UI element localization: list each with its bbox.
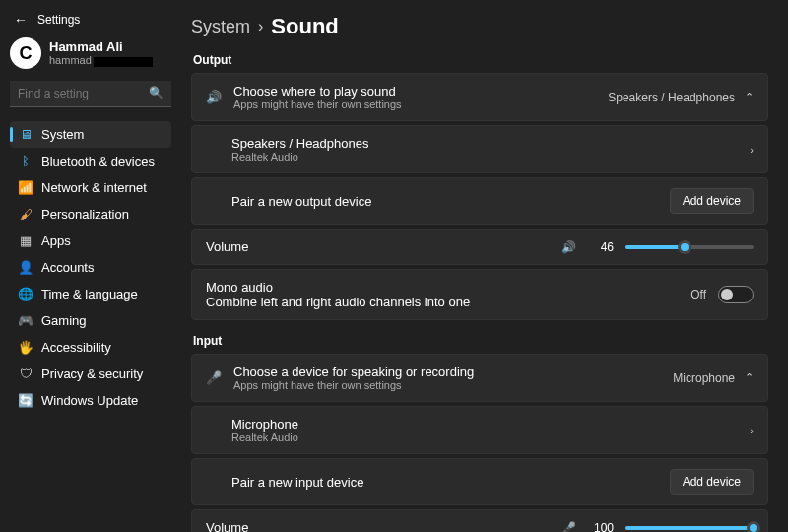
avatar: C (10, 37, 41, 69)
input-choose-device[interactable]: 🎤 Choose a device for speaking or record… (191, 354, 768, 402)
input-device-microphone[interactable]: Microphone Realtek Audio › (191, 406, 768, 454)
nav-icon: 🎮 (18, 313, 33, 328)
nav-icon: ▦ (18, 233, 33, 248)
nav-icon: 📶 (18, 180, 33, 195)
input-volume-row: Volume 🎤 100 (191, 509, 768, 532)
nav-icon: 🖐 (18, 340, 33, 355)
sidebar-item-label: Gaming (41, 313, 87, 328)
sidebar-item-bluetooth-devices[interactable]: ᛒBluetooth & devices (10, 148, 171, 174)
sidebar-item-gaming[interactable]: 🎮Gaming (10, 307, 171, 334)
back-button[interactable]: ← (10, 10, 32, 30)
output-choose-device[interactable]: 🔊 Choose where to play sound Apps might … (191, 73, 768, 121)
microphone-icon: 🎤 (206, 370, 222, 385)
sidebar-item-personalization[interactable]: 🖌Personalization (10, 201, 171, 228)
nav-icon: 🖥 (18, 127, 33, 142)
output-section-label: Output (193, 53, 768, 67)
sidebar-item-system[interactable]: 🖥System (10, 121, 171, 148)
sidebar-item-network-internet[interactable]: 📶Network & internet (10, 174, 171, 201)
nav-icon: 🛡 (18, 366, 33, 381)
output-pair-device: Pair a new output device Add device (191, 177, 768, 225)
chevron-right-icon: › (750, 144, 754, 156)
output-volume-row: Volume 🔊 46 (191, 229, 768, 265)
output-device-speakers[interactable]: Speakers / Headphones Realtek Audio › (191, 125, 768, 173)
sidebar-item-label: Time & language (41, 287, 138, 301)
sidebar-item-accounts[interactable]: 👤Accounts (10, 254, 171, 281)
search-input[interactable] (10, 81, 171, 107)
input-pair-device: Pair a new input device Add device (191, 458, 768, 505)
nav-icon: 👤 (18, 260, 33, 275)
volume-icon[interactable]: 🔊 (561, 240, 576, 254)
sidebar-item-label: Personalization (41, 207, 129, 222)
microphone-icon[interactable]: 🎤 (561, 521, 576, 533)
speaker-icon: 🔊 (206, 90, 222, 104)
nav-icon: 🖌 (18, 207, 33, 222)
sidebar-item-label: Network & internet (41, 180, 147, 195)
sidebar-item-label: Apps (41, 233, 71, 248)
app-title: Settings (37, 13, 80, 27)
breadcrumb: System › Sound (191, 14, 768, 39)
chevron-up-icon: ⌃ (745, 91, 754, 103)
chevron-right-icon: › (258, 18, 263, 35)
mono-audio-toggle[interactable] (718, 286, 754, 303)
sidebar-item-label: Privacy & security (41, 366, 143, 381)
user-email: hammad (49, 54, 153, 66)
nav-icon: 🔄 (18, 393, 33, 408)
sidebar-item-label: Accounts (41, 260, 94, 275)
sidebar-item-privacy-security[interactable]: 🛡Privacy & security (10, 361, 171, 387)
sidebar-item-apps[interactable]: ▦Apps (10, 228, 171, 254)
breadcrumb-current: Sound (271, 14, 338, 39)
sidebar-item-label: Accessibility (41, 340, 111, 355)
chevron-right-icon: › (750, 425, 754, 436)
user-name: Hammad Ali (49, 39, 153, 54)
input-section-label: Input (193, 334, 768, 348)
sidebar-item-label: System (41, 127, 84, 142)
sidebar-item-accessibility[interactable]: 🖐Accessibility (10, 334, 171, 361)
sidebar-item-time-language[interactable]: 🌐Time & language (10, 281, 171, 307)
nav-icon: 🌐 (18, 287, 33, 301)
sidebar-item-windows-update[interactable]: 🔄Windows Update (10, 387, 171, 414)
sidebar-item-label: Windows Update (41, 393, 138, 408)
output-volume-slider[interactable] (625, 245, 754, 249)
chevron-up-icon: ⌃ (745, 371, 754, 384)
breadcrumb-parent[interactable]: System (191, 17, 250, 37)
sidebar-item-label: Bluetooth & devices (41, 154, 155, 168)
user-account[interactable]: C Hammad Ali hammad (10, 37, 171, 69)
nav-icon: ᛒ (18, 154, 33, 168)
add-input-device-button[interactable]: Add device (670, 469, 754, 495)
mono-audio-row: Mono audio Combine left and right audio … (191, 269, 768, 320)
add-output-device-button[interactable]: Add device (670, 188, 754, 214)
input-volume-slider[interactable] (625, 526, 754, 530)
search-icon: 🔍 (149, 86, 164, 100)
